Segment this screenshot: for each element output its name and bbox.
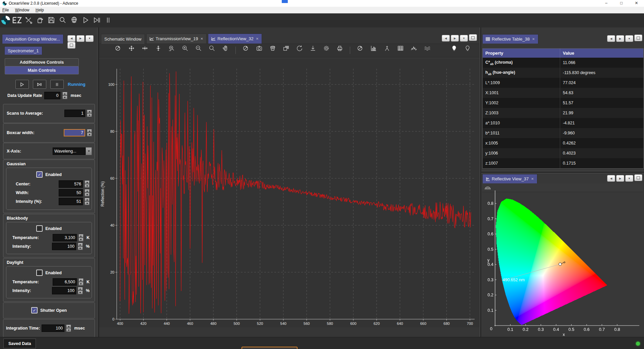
rotate-icon[interactable] (296, 44, 304, 53)
pan-icon[interactable] (127, 44, 136, 53)
gaussian-intensity-spinner[interactable] (85, 198, 90, 205)
play-button[interactable] (15, 80, 29, 89)
scans-spinner[interactable] (87, 110, 92, 117)
snapshot-icon[interactable] (255, 44, 263, 53)
autoscale-icon[interactable] (114, 44, 122, 53)
gaussian-center-spinner[interactable] (85, 180, 90, 188)
strainer-icon[interactable] (269, 44, 277, 53)
save-icon[interactable] (46, 15, 56, 25)
oceanview-logo-icon[interactable] (1, 15, 11, 25)
saved-data-tab[interactable]: Saved Data (3, 339, 36, 348)
daylight-intensity-field[interactable]: 100 (52, 287, 76, 294)
tab-acquisition-group-window[interactable]: Acquisition Group Window... (2, 34, 63, 44)
peak-find-icon[interactable] (410, 44, 418, 53)
settings-icon[interactable] (322, 44, 330, 53)
reflection-spectrum-chart[interactable]: 0204060801004004204404604805005205405605… (99, 59, 480, 327)
maximize-panel-button[interactable] (67, 42, 75, 49)
blackbody-intensity-spinner[interactable] (78, 243, 83, 250)
zoom-in-icon[interactable] (181, 44, 189, 53)
zoom-out-icon[interactable] (195, 44, 203, 53)
horizontal-splitter[interactable] (481, 171, 644, 173)
overlay-spectra-icon[interactable] (423, 44, 431, 53)
zoom-horizontal-icon[interactable] (141, 44, 149, 53)
xaxis-dropdown-button[interactable] (86, 147, 92, 155)
scroll-left-button[interactable]: ◀ (607, 35, 615, 42)
chromaticity-marker[interactable] (559, 261, 565, 266)
menu-file[interactable]: File (0, 7, 11, 13)
tab-schematic-window[interactable]: Schematic Window (101, 34, 145, 44)
boxcar-field[interactable]: 7 (64, 129, 85, 136)
table-row[interactable]: x:10050.4262 (483, 138, 643, 148)
search-icon[interactable] (58, 15, 68, 25)
maximize-panel-button[interactable] (469, 34, 477, 41)
gaussian-center-field[interactable]: 576 (59, 180, 83, 188)
maximize-panel-button[interactable] (634, 35, 642, 41)
table-row[interactable]: a*:1010-4.821 (483, 118, 643, 128)
table-row[interactable]: L*:100977.024 (483, 78, 643, 88)
boxcar-spinner[interactable] (87, 129, 92, 136)
daylight-enabled-checkbox[interactable] (36, 270, 43, 276)
table-row[interactable]: X:100154.63 (483, 88, 643, 98)
close-tab-icon[interactable]: ✕ (256, 37, 259, 41)
scroll-left-button[interactable]: ◀ (607, 175, 615, 182)
gaussian-width-field[interactable]: 50 (59, 189, 83, 196)
column-property[interactable]: Property (483, 51, 560, 56)
zoom-region-icon[interactable] (168, 44, 176, 53)
tab-reflection-view[interactable]: ReflectionView_32 ✕ (208, 34, 262, 44)
zoom-reset-icon[interactable] (208, 44, 216, 53)
tab-spectrometer-1[interactable]: Spectrometer_1 (4, 46, 42, 55)
add-remove-controls-button[interactable]: Add/Remove Controls (5, 58, 79, 66)
device-config-icon[interactable] (35, 15, 45, 25)
autoscale-xy-icon[interactable] (356, 44, 364, 53)
close-tab-icon[interactable]: ✕ (200, 37, 203, 41)
scroll-right-button[interactable]: ▶ (76, 35, 85, 42)
data-update-rate-spinner[interactable] (62, 92, 67, 99)
daylight-intensity-spinner[interactable] (78, 287, 83, 294)
blackbody-intensity-field[interactable]: 100 (52, 243, 76, 250)
gaussian-intensity-field[interactable]: 51 (59, 198, 83, 205)
scroll-left-button[interactable]: ◀ (442, 35, 450, 42)
blackbody-enabled-checkbox[interactable] (36, 225, 43, 232)
copy-view-icon[interactable] (282, 44, 290, 53)
close-button[interactable]: ✕ (629, 0, 644, 7)
export-icon[interactable] (309, 44, 317, 53)
xaxis-dropdown[interactable]: Waveleng... (53, 148, 86, 155)
tab-menu-button[interactable]: ▼ (86, 35, 94, 42)
lamp-off-icon[interactable] (464, 44, 472, 53)
gaussian-enabled-checkbox[interactable]: ✓ (36, 171, 43, 178)
maximize-panel-button[interactable] (634, 174, 642, 181)
menu-window[interactable]: Window (13, 7, 32, 13)
shutter-open-checkbox[interactable]: ✓ (31, 307, 38, 313)
integration-time-spinner[interactable] (66, 325, 71, 332)
minimize-button[interactable]: – (599, 0, 614, 7)
ez-mode-icon[interactable] (12, 15, 22, 25)
play-icon[interactable] (80, 15, 91, 25)
blackbody-temperature-field[interactable]: 3,100 (53, 234, 77, 241)
tools-icon[interactable] (23, 15, 34, 25)
color-measure-icon[interactable] (383, 44, 391, 53)
tab-menu-button[interactable]: ▼ (625, 35, 633, 42)
daylight-temperature-field[interactable]: 6,500 (53, 278, 77, 286)
tab-transmission-view[interactable]: TransmissionView_19 ✕ (146, 34, 207, 44)
step-button[interactable] (33, 80, 46, 89)
tab-menu-button[interactable]: ▼ (625, 175, 633, 182)
maximize-button[interactable]: □ (614, 0, 629, 7)
table-row[interactable]: Z:100321.99 (483, 108, 643, 118)
scroll-right-button[interactable]: ▶ (616, 175, 624, 182)
menu-help[interactable]: Help (33, 7, 46, 13)
table-row[interactable]: y:10060.4023 (483, 148, 643, 158)
table-row[interactable]: b*:1011-9.960 (483, 128, 643, 138)
grab-icon[interactable] (221, 44, 229, 53)
pause-icon[interactable] (103, 15, 113, 25)
tab-reflective-view[interactable]: Reflective View_37 ✕ (482, 174, 537, 183)
histogram-icon[interactable] (370, 44, 378, 53)
table-row[interactable]: hab (hue-angle)-115.830 degrees (483, 68, 643, 78)
table-view-icon[interactable] (396, 44, 405, 53)
taskbar-focused-button[interactable] (241, 347, 298, 349)
data-update-rate-field[interactable]: 0 (44, 92, 60, 99)
integration-time-field[interactable]: 100 (42, 325, 64, 332)
autoscale-time-icon[interactable] (242, 44, 250, 53)
table-row[interactable]: z:10070.1715 (483, 158, 643, 168)
daylight-temperature-spinner[interactable] (78, 278, 84, 286)
gaussian-width-spinner[interactable] (85, 189, 90, 196)
